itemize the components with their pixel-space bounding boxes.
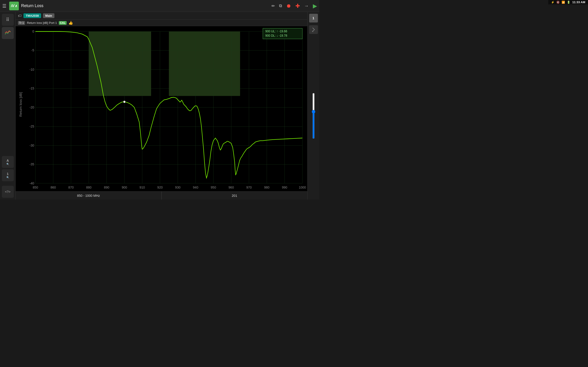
right-sidebar: 1 [307,12,319,200]
content-area: 🏷 TMA2038 Main Tr 1 Return loss [dB] Por… [16,12,307,200]
x-label-910: 910 [139,186,145,190]
y-label-25: -25 [30,125,34,128]
cal-badge[interactable]: CAL [59,21,67,25]
trace-label: Return loss [dB] Port 1 [27,21,57,25]
right-badge-1[interactable]: 1 [309,14,318,23]
record-button[interactable]: ⏺ [286,3,291,9]
tag-icon: 🏷 [18,14,22,18]
shaded-region-1 [89,31,151,96]
sidebar-help-button[interactable]: <?> [2,186,14,198]
sidebar-search-1-button[interactable]: 1 🔍 [2,169,14,181]
logo-text: iV∧ [11,4,17,8]
chart-wrapper: 0 -5 -10 -15 -20 -25 -30 -35 -40 850 860… [16,26,307,191]
x-label-930: 930 [175,186,180,190]
svg-rect-0 [16,26,307,191]
vertical-slider[interactable] [310,93,317,139]
menu-icon[interactable]: ☰ [2,3,6,9]
y-label-5: -5 [31,48,34,52]
main-layout: ⠿ A 🔍 1 🔍 <?> 🏷 TMA2038 Main T [0,12,319,200]
tag-main[interactable]: Main [43,13,54,18]
chart-svg: 0 -5 -10 -15 -20 -25 -30 -35 -40 850 860… [16,26,307,191]
x-label-990: 990 [282,186,287,190]
edit-button[interactable]: ✏ [271,3,275,8]
slider-area [310,34,317,198]
marker-line2: 900 DL: ↓ -19.78 [265,34,287,38]
frequency-range: 850 - 1000 MHz [16,192,162,200]
sidebar-grid-button[interactable]: ⠿ [2,14,14,26]
sidebar-chart-button[interactable] [2,27,14,39]
x-label-850: 850 [33,186,38,190]
y-label-40: -40 [30,181,34,185]
x-label-870: 870 [68,186,73,190]
x-label-890: 890 [104,186,109,190]
trace-bar: Tr 1 Return loss [dB] Port 1 CAL 👍 [16,20,307,26]
sidebar-search-a-button[interactable]: A 🔍 [2,156,14,168]
y-label-10: -10 [30,67,34,71]
y-label-35: -35 [30,162,34,166]
bottom-bar: 850 - 1000 MHz 201 [16,191,307,200]
y-axis-label: Return loss [dB] [19,92,22,117]
x-label-920: 920 [157,186,163,190]
y-label-0: 0 [32,29,34,33]
app-title: Return Loss [21,3,271,8]
top-bar: ☰ iV∧ Return Loss ✏ ⧉ ⏺ ✚ → ▶ [0,0,319,12]
x-label-860: 860 [51,186,56,190]
y-label-20: -20 [30,105,34,109]
marker-line1: 900 UL: ↑ -19.66 [265,29,287,33]
x-label-880: 880 [86,186,91,190]
logo-box: iV∧ [9,2,19,10]
points-count: 201 [162,192,308,200]
x-label-980: 980 [264,186,269,190]
tag-bar: 🏷 TMA2038 Main [16,12,307,20]
y-label-15: -15 [30,86,34,90]
y-label-30: -30 [30,143,34,147]
left-sidebar: ⠿ A 🔍 1 🔍 <?> [0,12,16,200]
x-label-950: 950 [211,186,216,190]
x-label-970: 970 [246,186,251,190]
x-label-1000: 1000 [299,186,306,190]
top-actions: ✏ ⧉ ⏺ ✚ → ▶ [271,3,317,9]
tag-tma2038[interactable]: TMA2038 [23,13,41,18]
thumbs-up-icon: 👍 [69,21,73,25]
chart-icon [5,30,11,36]
forward-button[interactable]: → [304,3,309,8]
shaded-region-2 [169,31,240,96]
copy-button[interactable]: ⧉ [279,3,282,8]
arrow-icon [311,27,316,32]
x-label-900: 900 [122,186,127,190]
add-button[interactable]: ✚ [295,3,300,9]
x-label-940: 940 [193,186,198,190]
marker-dot [123,101,125,103]
trace-number: Tr 1 [18,21,25,25]
x-label-960: 960 [229,186,234,190]
play-button[interactable]: ▶ [313,3,317,9]
right-badge-2[interactable] [309,25,318,34]
